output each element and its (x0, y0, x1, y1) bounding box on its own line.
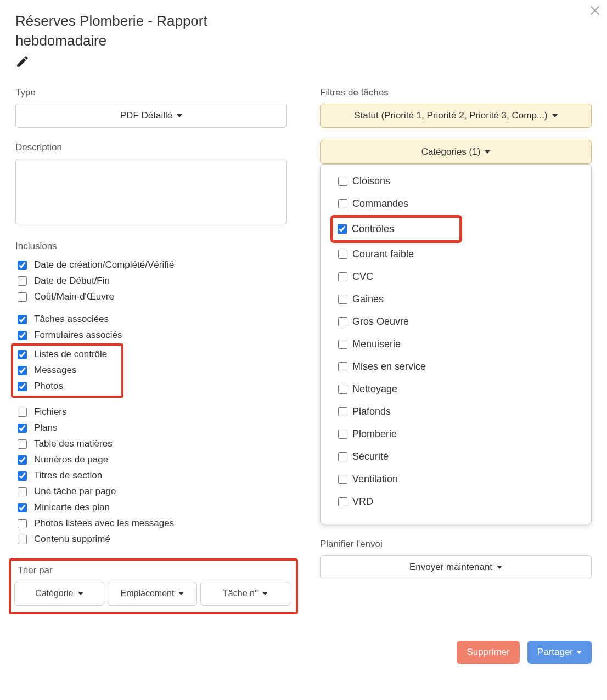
category-label: Contrôles (352, 223, 394, 235)
category-checkbox[interactable] (338, 475, 347, 484)
category-label: Courant faible (352, 249, 414, 260)
category-checkbox[interactable] (338, 385, 347, 394)
sort-highlight-box: Trier par CatégorieEmplacementTâche n° (9, 558, 298, 614)
category-label: Ventilation (352, 473, 398, 485)
inclusion-checkbox[interactable] (18, 292, 27, 302)
inclusion-row: Numéros de page (15, 452, 287, 468)
type-dropdown[interactable]: PDF Détaillé (15, 104, 287, 128)
inclusion-checkbox[interactable] (18, 366, 27, 375)
inclusion-checkbox[interactable] (18, 455, 27, 465)
category-label: VRD (352, 496, 373, 507)
category-label: CVC (352, 271, 373, 283)
inclusion-row: Formulaires associés (15, 328, 287, 343)
delete-button[interactable]: Supprimer (457, 641, 519, 664)
schedule-dropdown[interactable]: Envoyer maintenant (320, 555, 592, 579)
category-checkbox[interactable] (338, 340, 347, 349)
inclusion-label: Une tâche par page (34, 486, 116, 497)
sort-button[interactable]: Catégorie (14, 582, 104, 606)
category-checkbox[interactable] (338, 224, 347, 234)
inclusion-checkbox[interactable] (18, 519, 27, 528)
inclusion-checkbox[interactable] (18, 535, 27, 544)
category-label: Nettoyage (352, 383, 397, 395)
left-column: Type PDF Détaillé Description Inclusions… (15, 87, 287, 614)
category-checkbox[interactable] (338, 497, 347, 506)
inclusion-label: Coût/Main-d'Œuvre (34, 291, 114, 302)
category-checkbox[interactable] (338, 407, 347, 416)
inclusion-checkbox[interactable] (18, 487, 27, 496)
inclusion-row: Plans (15, 420, 287, 436)
inclusion-row: Messages (15, 363, 120, 379)
inclusion-label: Listes de contrôle (34, 349, 107, 360)
category-label: Gaines (352, 293, 384, 305)
categories-filter-value: Catégories (1) (421, 146, 481, 157)
category-checkbox[interactable] (338, 199, 347, 208)
sort-button[interactable]: Tâche n° (200, 582, 290, 606)
category-checkbox[interactable] (338, 430, 347, 439)
inclusion-checkbox[interactable] (18, 261, 27, 270)
category-checkbox[interactable] (338, 317, 347, 326)
inclusion-row: Fichiers (15, 404, 287, 420)
inclusions-list: Date de création/Complété/VérifiéDate de… (15, 257, 287, 547)
inclusion-row: Photos (15, 379, 120, 394)
inclusion-label: Date de création/Complété/Vérifié (34, 259, 174, 270)
category-label: Cloisons (352, 176, 390, 187)
inclusion-checkbox[interactable] (18, 331, 27, 340)
share-label: Partager (537, 647, 573, 658)
category-row: Mises en service (336, 355, 576, 378)
category-checkbox[interactable] (338, 177, 347, 186)
category-row: Gaines (336, 288, 576, 311)
edit-title-icon[interactable] (15, 54, 30, 69)
description-label: Description (15, 142, 287, 153)
inclusion-label: Numéros de page (34, 454, 108, 465)
inclusion-checkbox[interactable] (18, 350, 27, 359)
inclusion-row: Minicarte des plan (15, 500, 287, 516)
sort-button-label: Emplacement (121, 589, 175, 599)
category-label: Plomberie (352, 428, 397, 440)
close-icon[interactable] (588, 4, 602, 18)
report-config-modal: Réserves Plomberie - Rapport hebdomadair… (0, 0, 607, 679)
inclusion-checkbox[interactable] (18, 503, 27, 512)
category-row: Sécurité (336, 445, 576, 468)
categories-filter-dropdown[interactable]: Catégories (1) (320, 140, 592, 164)
category-row: Ventilation (336, 468, 576, 490)
inclusion-label: Tâches associées (34, 314, 109, 325)
inclusion-checkbox[interactable] (18, 408, 27, 417)
category-row: VRD (336, 490, 576, 513)
category-row: Courant faible (336, 243, 576, 266)
inclusion-row: Titres de section (15, 468, 287, 484)
category-checkbox[interactable] (338, 250, 347, 259)
chevron-down-icon (177, 114, 182, 117)
inclusion-checkbox[interactable] (18, 276, 27, 286)
share-button[interactable]: Partager (527, 641, 592, 664)
category-checkbox[interactable] (338, 295, 347, 304)
right-column: Filtres de tâches Statut (Priorité 1, Pr… (320, 87, 592, 614)
category-checkbox[interactable] (338, 452, 347, 461)
category-label: Mises en service (352, 361, 426, 372)
category-label: Sécurité (352, 451, 389, 462)
chevron-down-icon (576, 651, 582, 654)
category-checkbox[interactable] (338, 362, 347, 371)
inclusion-checkbox[interactable] (18, 424, 27, 433)
report-title: Réserves Plomberie - Rapport hebdomadair… (15, 11, 246, 51)
category-row: Contrôles (335, 218, 457, 240)
category-row: Commandes (336, 193, 576, 215)
chevron-down-icon (262, 592, 268, 595)
inclusion-checkbox[interactable] (18, 382, 27, 391)
description-input[interactable] (15, 159, 287, 224)
inclusion-checkbox[interactable] (18, 439, 27, 449)
sort-button[interactable]: Emplacement (108, 582, 198, 606)
category-label: Plafonds (352, 406, 391, 417)
inclusion-label: Minicarte des plan (34, 502, 110, 513)
inclusion-checkbox[interactable] (18, 315, 27, 324)
status-filter-dropdown[interactable]: Statut (Priorité 1, Priorité 2, Priorité… (320, 104, 592, 128)
category-label: Gros Oeuvre (352, 316, 409, 328)
type-label: Type (15, 87, 287, 98)
task-filters-label: Filtres de tâches (320, 87, 592, 98)
delete-label: Supprimer (467, 647, 509, 658)
category-checkbox[interactable] (338, 272, 347, 281)
type-dropdown-value: PDF Détaillé (120, 110, 172, 121)
schedule-label: Planifier l'envoi (320, 539, 592, 550)
category-label: Menuiserie (352, 338, 401, 350)
sort-button-label: Catégorie (35, 589, 73, 599)
inclusion-checkbox[interactable] (18, 471, 27, 481)
